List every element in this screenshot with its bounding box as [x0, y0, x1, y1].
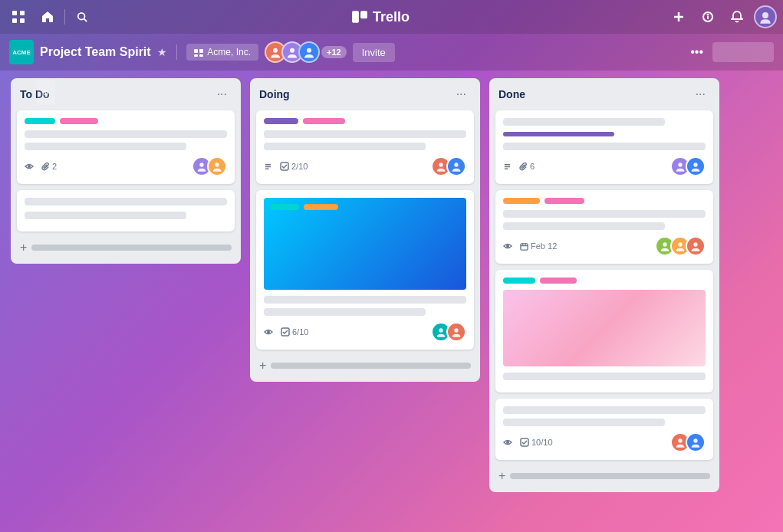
- tag-pink: [540, 277, 577, 284]
- svg-rect-17: [199, 54, 203, 57]
- tag-purple: [264, 118, 298, 124]
- done-c1-avatars: [670, 156, 706, 176]
- todo-card-2[interactable]: [17, 190, 235, 232]
- svg-rect-0: [12, 11, 17, 15]
- done-card-4[interactable]: 10/10: [495, 399, 713, 460]
- done-c4-title: [503, 406, 706, 414]
- member-stack: +12: [265, 41, 347, 63]
- column-done-menu-btn[interactable]: ···: [691, 86, 710, 103]
- svg-point-32: [439, 328, 442, 332]
- done-c2-title: [503, 210, 706, 218]
- svg-point-23: [215, 163, 219, 166]
- svg-point-49: [678, 438, 682, 442]
- card-1-attachment: 2: [41, 162, 57, 171]
- column-done: Done ···: [489, 78, 719, 492]
- info-btn[interactable]: [696, 5, 720, 29]
- done-c3-gradient: [503, 290, 706, 366]
- svg-point-50: [693, 438, 697, 442]
- img-tag-orange: [304, 204, 338, 210]
- card-4-footer: 6/10: [264, 322, 466, 342]
- done-c2-meta: Feb 12: [503, 241, 557, 251]
- card-4-checklist: 6/10: [281, 327, 308, 337]
- card-3-meta: 2/10: [264, 162, 308, 171]
- apps-icon-btn[interactable]: [6, 5, 31, 29]
- column-doing: Doing ···: [250, 78, 480, 382]
- card-1-avatar-2: [207, 156, 227, 176]
- column-done-header: Done ···: [495, 84, 713, 104]
- svg-point-19: [290, 48, 294, 53]
- filter-input[interactable]: [712, 42, 774, 62]
- svg-point-22: [199, 163, 203, 166]
- add-doing-card-btn[interactable]: +: [256, 356, 474, 376]
- done-c3-line1: [503, 373, 706, 380]
- add-btn[interactable]: [666, 5, 691, 29]
- board-logo: ACME: [9, 40, 34, 64]
- done-card-1[interactable]: 6: [495, 110, 713, 184]
- svg-point-38: [693, 163, 697, 166]
- column-doing-menu-btn[interactable]: ···: [452, 86, 471, 103]
- doing-card-2[interactable]: 6/10: [256, 190, 474, 350]
- svg-point-4: [78, 13, 85, 20]
- card-4-meta: 6/10: [264, 327, 308, 337]
- svg-point-21: [28, 165, 31, 168]
- done-card-2[interactable]: Feb 12: [495, 190, 713, 264]
- done-c4-checklist: 10/10: [520, 438, 553, 447]
- card-3-tags: [264, 118, 466, 124]
- svg-point-33: [454, 328, 458, 332]
- done-c4-footer: 10/10: [503, 432, 706, 452]
- search-icon-btn[interactable]: [70, 5, 94, 29]
- tag-pink: [303, 118, 345, 124]
- invite-btn[interactable]: Invite: [353, 43, 395, 62]
- member-count[interactable]: +12: [321, 46, 347, 58]
- bell-btn[interactable]: [725, 5, 749, 29]
- done-c3-tags: [503, 277, 706, 284]
- card-4-title: [264, 296, 466, 304]
- card-4-sub: [264, 308, 426, 316]
- add-doing-placeholder: [271, 363, 471, 369]
- card-1-subtitle: [25, 143, 186, 150]
- card-3-avatars: [431, 156, 466, 176]
- card-3-title: [264, 130, 466, 138]
- star-btn[interactable]: ★: [157, 46, 167, 58]
- done-c4-meta: 10/10: [503, 438, 553, 447]
- done-c4-eye: [503, 438, 512, 446]
- add-done-placeholder: [510, 473, 710, 479]
- card-3-sub: [264, 143, 426, 150]
- member-avatar-3[interactable]: [298, 41, 320, 63]
- tag-pink: [544, 198, 584, 204]
- user-avatar[interactable]: [754, 5, 777, 28]
- column-todo-menu-btn[interactable]: ···: [212, 86, 232, 103]
- add-todo-card-btn[interactable]: +: [17, 238, 235, 258]
- column-doing-header: Doing ···: [256, 84, 474, 104]
- done-c2-avatars: [655, 236, 706, 256]
- app-logo: Trello: [99, 8, 662, 25]
- doing-card-1[interactable]: 2/10: [256, 110, 474, 184]
- svg-point-46: [693, 242, 697, 246]
- todo-card-1[interactable]: 2: [17, 110, 235, 184]
- done-c1-purple-strip: [503, 132, 614, 136]
- card-4-image-tags: [270, 204, 338, 210]
- svg-rect-1: [20, 11, 25, 15]
- home-icon-btn[interactable]: [35, 5, 60, 29]
- done-c4-sub: [503, 419, 665, 426]
- done-c2-date: Feb 12: [520, 241, 557, 251]
- card-3-avatar-2: [446, 156, 466, 176]
- card-1-meta: 2: [25, 162, 57, 171]
- card-1-avatars: [192, 156, 227, 176]
- done-c1-av2: [686, 156, 706, 176]
- workspace-btn[interactable]: Acme, Inc.: [186, 44, 258, 61]
- svg-rect-15: [199, 49, 203, 53]
- done-card-3[interactable]: [495, 270, 713, 392]
- more-btn[interactable]: •••: [687, 42, 706, 62]
- tag-orange: [503, 198, 540, 204]
- svg-point-45: [678, 242, 682, 246]
- sidebar-toggle-btn[interactable]: »: [37, 80, 55, 105]
- svg-rect-2: [12, 18, 17, 23]
- add-done-card-btn[interactable]: +: [495, 466, 713, 486]
- svg-rect-16: [194, 54, 198, 57]
- add-todo-placeholder: [31, 245, 232, 251]
- done-c1-footer: 6: [503, 156, 706, 176]
- tag-teal: [25, 118, 55, 124]
- svg-point-20: [307, 48, 311, 53]
- card-3-footer: 2/10: [264, 156, 466, 176]
